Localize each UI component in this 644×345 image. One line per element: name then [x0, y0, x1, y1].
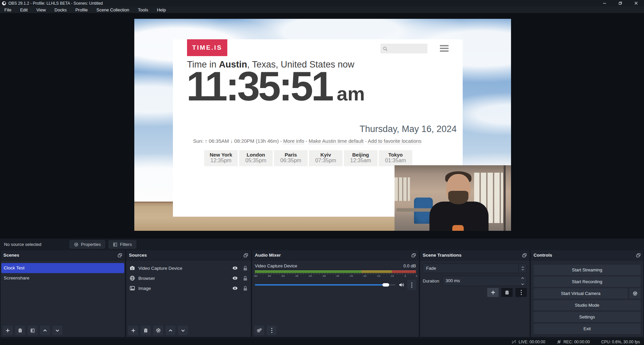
record-inactive-icon — [557, 340, 561, 344]
move-scene-up-button[interactable] — [40, 326, 50, 335]
timeis-search-box[interactable] — [380, 44, 427, 53]
volume-slider-handle[interactable] — [382, 283, 389, 287]
tick-label: -55 — [267, 274, 271, 277]
source-properties-button[interactable] — [153, 326, 163, 335]
city-name: London — [239, 152, 273, 158]
chevron-down-icon[interactable] — [521, 283, 524, 285]
chevron-up-icon[interactable] — [521, 277, 524, 279]
menu-scene-collection[interactable]: Scene Collection — [92, 7, 134, 13]
add-source-button[interactable] — [128, 326, 138, 335]
sources-toolbar — [128, 326, 188, 335]
separator: - — [364, 138, 368, 144]
popout-icon[interactable] — [243, 253, 248, 258]
timeis-logo[interactable]: TIME.IS — [187, 39, 227, 56]
city-new-york[interactable]: New York 12:35pm — [204, 150, 238, 166]
obs-window: OBS 29.1.2 - Profile: LLHLS BETA - Scene… — [0, 0, 644, 345]
volume-slider[interactable] — [255, 284, 396, 286]
menu-docks[interactable]: Docks — [50, 7, 71, 13]
filters-button[interactable]: Filters — [108, 240, 136, 249]
start-streaming-button[interactable]: Start Streaming — [534, 265, 641, 275]
city-kyiv[interactable]: Kyiv 07:35pm — [309, 150, 342, 166]
menu-help[interactable]: Help — [152, 7, 170, 13]
start-virtual-camera-button[interactable]: Start Virtual Camera — [534, 288, 628, 299]
visibility-eye-icon[interactable] — [232, 265, 238, 271]
search-input[interactable] — [389, 46, 423, 51]
move-source-down-button[interactable] — [178, 326, 188, 335]
transition-properties-button[interactable] — [515, 288, 527, 297]
add-transition-button[interactable] — [487, 288, 499, 297]
scene-item-screenshare[interactable]: Screenshare — [1, 273, 125, 283]
source-row-browser[interactable]: Browser — [126, 273, 251, 283]
plus-icon — [491, 290, 496, 295]
webcam-overlay[interactable] — [395, 165, 511, 231]
duration-spinbox[interactable]: 300 ms — [442, 276, 527, 286]
minimize-button[interactable] — [597, 0, 612, 6]
add-scene-button[interactable] — [3, 326, 13, 335]
start-recording-button[interactable]: Start Recording — [534, 276, 641, 287]
remove-scene-button[interactable] — [15, 326, 25, 335]
visibility-eye-icon[interactable] — [232, 286, 238, 291]
speaker-icon[interactable] — [399, 282, 404, 288]
source-row-image[interactable]: Image — [126, 283, 251, 293]
lock-icon[interactable] — [243, 286, 247, 291]
restore-button[interactable] — [612, 0, 628, 6]
filter-icon — [113, 242, 118, 247]
city-london[interactable]: London 05:35pm — [239, 150, 273, 166]
exit-button[interactable]: Exit — [534, 324, 641, 334]
popout-icon[interactable] — [636, 253, 641, 258]
virtual-camera-row: Start Virtual Camera — [534, 288, 641, 299]
popout-icon[interactable] — [522, 253, 527, 258]
scene-canvas[interactable]: TIME.IS Time in Austin, Texas, United St… — [134, 19, 511, 231]
settings-button[interactable]: Settings — [534, 312, 641, 322]
menu-view[interactable]: View — [32, 7, 50, 13]
popout-icon[interactable] — [118, 253, 122, 258]
move-source-up-button[interactable] — [166, 326, 176, 335]
hamburger-menu-icon[interactable] — [440, 45, 449, 52]
more-info-link[interactable]: More info — [283, 138, 304, 144]
city-paris[interactable]: Paris 06:35pm — [274, 150, 308, 166]
controls-panel: Controls Start Streaming Start Recording… — [531, 250, 643, 337]
scene-item-clock-test[interactable]: Clock Test — [1, 263, 124, 273]
menu-tools[interactable]: Tools — [134, 7, 152, 13]
trash-icon — [505, 290, 509, 295]
globe-icon — [130, 275, 135, 281]
remove-transition-button[interactable] — [501, 288, 513, 297]
city-time: 01:35am — [379, 158, 412, 164]
virtual-camera-config-button[interactable] — [629, 288, 641, 299]
advanced-audio-button[interactable] — [254, 326, 264, 335]
tick-label: 0 — [416, 274, 417, 277]
source-row-video-capture[interactable]: Video Capture Device — [126, 263, 251, 273]
webcam-person — [427, 169, 491, 231]
sun-times: Sun: ↑ 06:35AM ↓ 08:20PM (13h 46m) - — [193, 138, 283, 144]
make-default-link[interactable]: Make Austin time default — [309, 138, 363, 144]
scene-filters-button[interactable] — [28, 326, 38, 335]
world-clock-row: New York 12:35pm London 05:35pm Paris 06… — [204, 150, 412, 166]
remove-source-button[interactable] — [141, 326, 151, 335]
dots-vertical-icon — [271, 328, 272, 333]
transition-select[interactable]: Fade — [423, 264, 527, 273]
mixer-menu-button[interactable] — [267, 326, 277, 335]
menu-profile[interactable]: Profile — [71, 7, 92, 13]
city-time: 06:35pm — [274, 158, 308, 164]
city-name: Beijing — [344, 152, 377, 158]
clock-time: 11:35:51 — [186, 63, 332, 109]
visibility-eye-icon[interactable] — [232, 275, 238, 281]
live-status: LIVE: 00:00:00 — [511, 340, 545, 344]
menu-edit[interactable]: Edit — [16, 7, 32, 13]
popout-icon[interactable] — [411, 253, 416, 258]
city-tokyo[interactable]: Tokyo 01:35am — [379, 150, 412, 166]
mixer-channel-menu-button[interactable] — [407, 280, 416, 290]
properties-button[interactable]: Properties — [70, 240, 105, 249]
person-beard — [448, 191, 468, 204]
lock-icon[interactable] — [243, 266, 247, 271]
city-beijing[interactable]: Beijing 12:35am — [344, 150, 377, 166]
studio-mode-button[interactable]: Studio Mode — [534, 300, 641, 310]
trash-icon — [18, 328, 22, 333]
add-favorite-link[interactable]: Add to favorite locations — [368, 138, 421, 144]
lock-icon[interactable] — [243, 276, 247, 281]
close-button[interactable] — [628, 0, 644, 6]
menu-file[interactable]: File — [0, 7, 16, 13]
source-toolbar: No source selected Properties Filters — [0, 239, 644, 250]
move-scene-down-button[interactable] — [52, 326, 62, 335]
gear-icon — [74, 242, 79, 247]
